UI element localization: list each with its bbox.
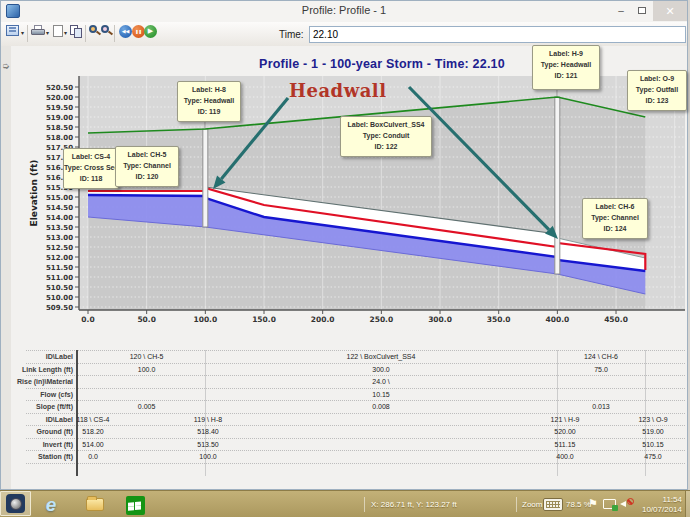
- table-row-label: ID\Label: [1, 351, 73, 362]
- table-cell: 120 \ CH-5: [82, 351, 212, 362]
- app-taskbar-icon: [6, 494, 25, 513]
- action-center-flag-icon[interactable]: ⚑: [588, 497, 598, 510]
- folder-icon: [86, 498, 104, 511]
- table-cell: 475.0: [588, 451, 690, 462]
- callout-cs4[interactable]: Label: CS-4 Type: Cross Sect ID: 118: [63, 148, 119, 189]
- callout-h9[interactable]: Label: H-9 Type: Headwall ID: 121: [532, 45, 600, 90]
- table-row-label: Flow (cfs): [1, 389, 73, 400]
- table-cell: 124 \ CH-6: [536, 351, 666, 362]
- table-row-line: [26, 463, 685, 464]
- table-cell: 119 \ H-8: [143, 414, 273, 425]
- table-cell: 0.005: [82, 401, 212, 412]
- profile-table: ID\LabelLink Length (ft)Rise (in)\Materi…: [1, 46, 690, 491]
- file-explorer-button[interactable]: [84, 494, 106, 515]
- table-row-label: Slope (ft/ft): [1, 401, 73, 412]
- cursor-coordinates: X: 286.71 ft, Y: 123.27 ft: [371, 500, 457, 509]
- taskbar: e X: 286.71 ft, Y: 123.27 ft Zoom 78.5 %…: [0, 490, 690, 517]
- separator: [516, 497, 517, 512]
- table-cell: 100.0: [143, 451, 273, 462]
- callout-h8[interactable]: Label: H-8 Type: Headwall ID: 119: [177, 81, 241, 122]
- table-cell: 510.15: [588, 439, 690, 450]
- app-window: Profile: Profile - 1 – ✕ ▾ ▾ ▾ ◀◀ ❚❚ ▶ T…: [0, 0, 688, 490]
- windows-store-button[interactable]: [124, 494, 146, 515]
- callout-o9[interactable]: Label: O-9 Type: Outfall ID: 123: [627, 70, 687, 111]
- table-cell: 0.008: [316, 401, 446, 412]
- table-cell: 122 \ BoxCulvert_SS4: [316, 351, 446, 362]
- zoom-label: Zoom: [522, 500, 542, 509]
- internet-explorer-button[interactable]: e: [40, 494, 62, 515]
- profile-view: ➭ 520.50520.00519.50519.00518.50518.0051…: [1, 46, 687, 489]
- table-row-label: Rise (in)\Material: [1, 376, 73, 387]
- table-cell: 0.0: [28, 451, 158, 462]
- table-cell: 513.50: [143, 439, 273, 450]
- table-cell: 518.40: [143, 426, 273, 437]
- show-desktop-button[interactable]: [685, 491, 690, 517]
- clock-date: 10/07/2014: [642, 505, 682, 515]
- callout-boxculvert[interactable]: Label: BoxCulvert_SS4 Type: Conduit ID: …: [340, 116, 432, 157]
- network-status-icon[interactable]: [603, 499, 616, 509]
- callout-ch5[interactable]: Label: CH-5 Type: Channel ID: 120: [115, 146, 179, 187]
- callout-ch6[interactable]: Label: CH-6 Type: Channel ID: 124: [582, 198, 648, 239]
- table-cell: 123 \ O-9: [588, 414, 690, 425]
- table-cell: 0.013: [536, 401, 666, 412]
- store-icon: [126, 496, 145, 515]
- table-cell: 100.0: [82, 364, 212, 375]
- table-cell: 518.20: [28, 426, 158, 437]
- table-cell: 75.0: [536, 364, 666, 375]
- table-cell: 514.00: [28, 439, 158, 450]
- table-cell: 300.0: [316, 364, 446, 375]
- table-cell: 519.00: [588, 426, 690, 437]
- clock-time: 11:54: [642, 495, 682, 505]
- volume-muted-icon[interactable]: [620, 498, 634, 510]
- taskbar-clock[interactable]: 11:54 10/07/2014: [642, 495, 682, 515]
- table-cell: 24.0 \: [316, 376, 446, 387]
- headwall-annotation[interactable]: Headwall: [289, 80, 387, 101]
- table-cell: 118 \ CS-4: [28, 414, 158, 425]
- separator: [364, 497, 365, 512]
- table-row-label: Link Length (ft): [1, 364, 73, 375]
- touch-keyboard-icon[interactable]: [543, 498, 563, 511]
- table-cell: 10.15: [316, 389, 446, 400]
